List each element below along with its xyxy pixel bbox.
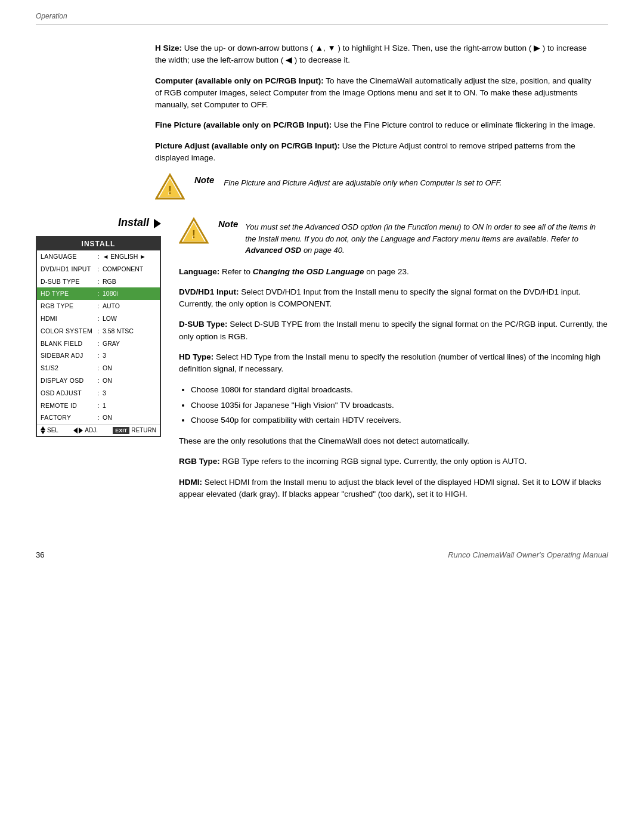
menu-row-value: 3.58 NTSC (103, 326, 134, 336)
arrow-up-icon (41, 426, 45, 430)
menu-row-value: GRAY (103, 339, 120, 349)
menu-row-value: AUTO (103, 301, 120, 311)
note2-word: Note (218, 219, 238, 229)
menu-row-colon: : (94, 252, 103, 262)
menu-row-colon: : (94, 264, 103, 274)
note1-icon: ! i (155, 172, 185, 202)
menu-row-value: 1080i (103, 289, 118, 299)
menu-row-value: 1 (103, 401, 106, 411)
dvd-text: Select DVD/HD1 Input from the Install me… (179, 287, 581, 308)
install-heading-outer: Install (36, 216, 161, 229)
install-arrow-icon (154, 219, 161, 228)
hdmi-para: HDMI: Select HDMI from the Install menu … (179, 476, 608, 501)
menu-row-colon: : (94, 413, 103, 423)
arrow-left-icon (73, 428, 78, 433)
arrow-lr-pair-icon (73, 428, 83, 433)
computer-para: Computer (available only on PC/RGB Input… (155, 75, 596, 112)
install-heading: Install (118, 216, 149, 229)
computer-label: Computer (available only on PC/RGB Input… (155, 76, 324, 85)
hd-footer-para: These are the only resolutions that the … (179, 435, 608, 447)
menu-row-value: ON (103, 413, 112, 423)
arrow-down-icon (41, 431, 45, 434)
menu-footer: SEL ADJ. EXIT RETURN (37, 424, 160, 436)
bullet-item: Choose 1035i for Japanese "High Vision" … (191, 399, 608, 412)
menu-row: DISPLAY OSD : ON (37, 374, 160, 387)
menu-row-value: ON (103, 363, 112, 373)
menu-row-colon: : (94, 314, 103, 324)
menu-row: LANGUAGE : ◄ ENGLISH ► (37, 250, 160, 263)
footer-brand: Runco CinemaWall Owner's Operating Manua… (448, 550, 608, 559)
language-label: Language: (179, 267, 219, 276)
footer-sel: SEL (41, 426, 58, 434)
hdmi-label: HDMI: (179, 478, 202, 487)
menu-row-colon: : (94, 376, 103, 386)
header-rule (36, 24, 608, 24)
note2-block: ! i Note You must set the Advanced OSD o… (179, 216, 608, 256)
language-para: Language: Refer to Changing the OSD Lang… (179, 266, 608, 278)
arrow-right-icon (79, 428, 83, 433)
menu-row-colon: : (94, 401, 103, 411)
footer-adj: ADJ. (73, 427, 98, 433)
h-size-text: Use the up- or down-arrow buttons ( ▲, ▼… (155, 44, 587, 64)
menu-row-colon: : (94, 277, 103, 287)
menu-row-label: LANGUAGE (41, 252, 94, 262)
footer-return-label: RETURN (131, 427, 156, 433)
h-size-para: H Size: Use the up- or down-arrow button… (155, 42, 596, 67)
svg-text:i: i (192, 236, 193, 240)
install-menu-title: INSTALL (37, 237, 160, 250)
menu-row-label: COLOR SYSTEM (41, 326, 94, 336)
menu-row: HD TYPE : 1080i (37, 287, 160, 300)
menu-row-label: OSD ADJUST (41, 388, 94, 398)
menu-row: FACTORY : ON (37, 411, 160, 424)
hdmi-text: Select HDMI from the Install menu to adj… (179, 478, 601, 498)
menu-row-label: DISPLAY OSD (41, 376, 94, 386)
menu-row-label: BLANK FIELD (41, 339, 94, 349)
menu-row-label: HDMI (41, 314, 94, 324)
menu-row-label: DVD/HD1 INPUT (41, 264, 94, 274)
menu-row: BLANK FIELD : GRAY (37, 337, 160, 350)
menu-row-label: RGB TYPE (41, 301, 94, 311)
menu-row-label: D-SUB TYPE (41, 277, 94, 287)
note1-block: ! i Note Fine Picture and Picture Adjust… (155, 172, 596, 202)
up-down-arrows-icon (41, 426, 45, 434)
bullet-item: Choose 540p for compatibility with certa… (191, 414, 608, 427)
dvd-para: DVD/HD1 Input: Select DVD/HD1 Input from… (179, 286, 608, 311)
menu-row: RGB TYPE : AUTO (37, 300, 160, 312)
menu-row: SIDEBAR ADJ : 3 (37, 349, 160, 362)
fine-picture-text: Use the Fine Picture control to reduce o… (334, 120, 595, 129)
page: Operation H Size: Use the up- or down-ar… (0, 0, 644, 833)
note2-icon: ! i (179, 216, 209, 246)
dvd-label: DVD/HD1 Input: (179, 287, 239, 296)
h-size-label: H Size: (155, 44, 182, 52)
note1-text: Fine Picture and Picture Adjust are adju… (224, 175, 501, 189)
menu-rows-container: LANGUAGE : ◄ ENGLISH ► DVD/HD1 INPUT : C… (37, 250, 160, 424)
menu-row-value: LOW (103, 314, 117, 324)
picture-adjust-label: Picture Adjust (available only on PC/RGB… (155, 141, 340, 150)
footer-area: 36 Runco CinemaWall Owner's Operating Ma… (36, 544, 608, 559)
fine-picture-para: Fine Picture (available only on PC/RGB I… (155, 119, 596, 131)
footer-sel-label: SEL (47, 427, 58, 433)
footer-exit: EXIT RETURN (113, 427, 156, 434)
menu-row-colon: : (94, 339, 103, 349)
rgb-label: RGB Type: (179, 457, 220, 466)
note1-word: Note (194, 175, 214, 185)
menu-row: D-SUB TYPE : RGB (37, 275, 160, 288)
top-text-section: H Size: Use the up- or down-arrow button… (155, 42, 596, 164)
menu-row-value: ◄ ENGLISH ► (103, 252, 146, 262)
exit-box: EXIT (113, 427, 129, 434)
menu-row: OSD ADJUST : 3 (37, 387, 160, 400)
menu-row: REMOTE ID : 1 (37, 400, 160, 412)
hd-para: HD Type: Select HD Type from the Install… (179, 351, 608, 376)
bullet-list: Choose 1080i for standard digital broadc… (191, 383, 608, 427)
install-right: ! i Note You must set the Advanced OSD o… (179, 216, 608, 509)
picture-adjust-para: Picture Adjust (available only on PC/RGB… (155, 140, 596, 165)
rgb-text: RGB Type refers to the incoming RGB sign… (222, 457, 527, 466)
dsub-para: D-SUB Type: Select D-SUB TYPE from the I… (179, 318, 608, 343)
menu-row-colon: : (94, 351, 103, 361)
menu-row: COLOR SYSTEM : 3.58 NTSC (37, 325, 160, 337)
note2-text: You must set the Advanced OSD option (in… (245, 219, 608, 256)
dsub-text: Select D-SUB TYPE from the Install menu … (179, 320, 608, 340)
menu-row-label: FACTORY (41, 413, 94, 423)
rgb-para: RGB Type: RGB Type refers to the incomin… (179, 456, 608, 467)
footer-adj-label: ADJ. (85, 427, 98, 433)
